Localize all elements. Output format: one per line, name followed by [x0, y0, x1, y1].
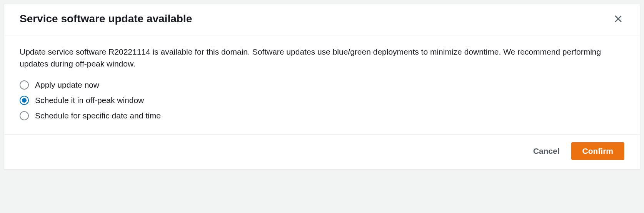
update-options-group: Apply update now Schedule it in off-peak…	[20, 80, 624, 120]
modal-footer: Cancel Confirm	[4, 134, 640, 169]
option-label: Schedule for specific date and time	[35, 111, 161, 120]
modal-body: Update service software R20221114 is ava…	[4, 35, 640, 134]
modal-title: Service software update available	[20, 12, 192, 26]
close-icon	[614, 14, 623, 23]
option-schedule-offpeak[interactable]: Schedule it in off-peak window	[20, 96, 624, 105]
option-apply-now[interactable]: Apply update now	[20, 80, 624, 90]
option-label: Schedule it in off-peak window	[35, 96, 144, 105]
update-modal: Service software update available Update…	[4, 4, 640, 170]
radio-icon	[20, 111, 29, 120]
option-label: Apply update now	[35, 80, 99, 90]
option-schedule-specific[interactable]: Schedule for specific date and time	[20, 111, 624, 120]
close-button[interactable]	[612, 13, 624, 25]
modal-description: Update service software R20221114 is ava…	[20, 46, 624, 70]
radio-icon	[20, 80, 29, 90]
radio-icon	[20, 96, 29, 105]
confirm-button[interactable]: Confirm	[571, 142, 625, 160]
cancel-button[interactable]: Cancel	[530, 143, 563, 160]
modal-header: Service software update available	[4, 4, 640, 35]
